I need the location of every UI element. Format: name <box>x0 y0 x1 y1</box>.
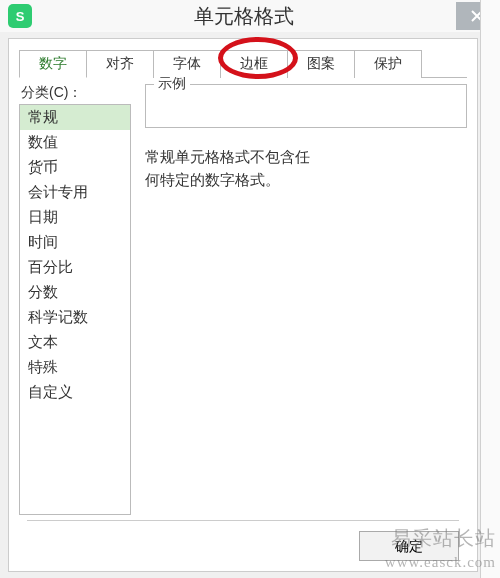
category-label: 分类(C)： <box>19 84 131 102</box>
content-area: 分类(C)： 常规 数值 货币 会计专用 日期 时间 百分比 分数 科学记数 文… <box>9 78 477 525</box>
category-item-fraction[interactable]: 分数 <box>20 280 130 305</box>
example-label: 示例 <box>154 75 190 93</box>
tab-alignment[interactable]: 对齐 <box>86 50 154 78</box>
format-description: 常规单元格格式不包含任 何特定的数字格式。 <box>145 146 467 191</box>
category-item-number[interactable]: 数值 <box>20 130 130 155</box>
title-bar: S 单元格格式 <box>0 0 500 32</box>
category-item-special[interactable]: 特殊 <box>20 355 130 380</box>
window-title: 单元格格式 <box>32 3 456 30</box>
tab-number[interactable]: 数字 <box>19 50 87 78</box>
dialog-button-row: 确定 <box>27 520 459 561</box>
category-item-general[interactable]: 常规 <box>20 105 130 130</box>
right-edge-strip <box>480 0 500 578</box>
detail-column: 示例 常规单元格格式不包含任 何特定的数字格式。 <box>145 84 467 515</box>
category-item-currency[interactable]: 货币 <box>20 155 130 180</box>
category-item-percentage[interactable]: 百分比 <box>20 255 130 280</box>
category-item-date[interactable]: 日期 <box>20 205 130 230</box>
tab-border[interactable]: 边框 <box>220 50 288 78</box>
category-list[interactable]: 常规 数值 货币 会计专用 日期 时间 百分比 分数 科学记数 文本 特殊 自定… <box>19 104 131 515</box>
description-line2: 何特定的数字格式。 <box>145 169 467 192</box>
category-item-accounting[interactable]: 会计专用 <box>20 180 130 205</box>
example-box: 示例 <box>145 84 467 128</box>
dialog-body: 数字 对齐 字体 边框 图案 保护 分类(C)： 常规 数值 货币 会计专用 日… <box>8 38 478 572</box>
category-item-custom[interactable]: 自定义 <box>20 380 130 405</box>
category-item-text[interactable]: 文本 <box>20 330 130 355</box>
tab-pattern[interactable]: 图案 <box>287 50 355 78</box>
description-line1: 常规单元格格式不包含任 <box>145 146 467 169</box>
category-item-scientific[interactable]: 科学记数 <box>20 305 130 330</box>
tab-strip: 数字 对齐 字体 边框 图案 保护 <box>19 49 467 78</box>
ok-button[interactable]: 确定 <box>359 531 459 561</box>
tab-protection[interactable]: 保护 <box>354 50 422 78</box>
tab-font[interactable]: 字体 <box>153 50 221 78</box>
category-column: 分类(C)： 常规 数值 货币 会计专用 日期 时间 百分比 分数 科学记数 文… <box>19 84 131 515</box>
category-item-time[interactable]: 时间 <box>20 230 130 255</box>
app-icon: S <box>8 4 32 28</box>
